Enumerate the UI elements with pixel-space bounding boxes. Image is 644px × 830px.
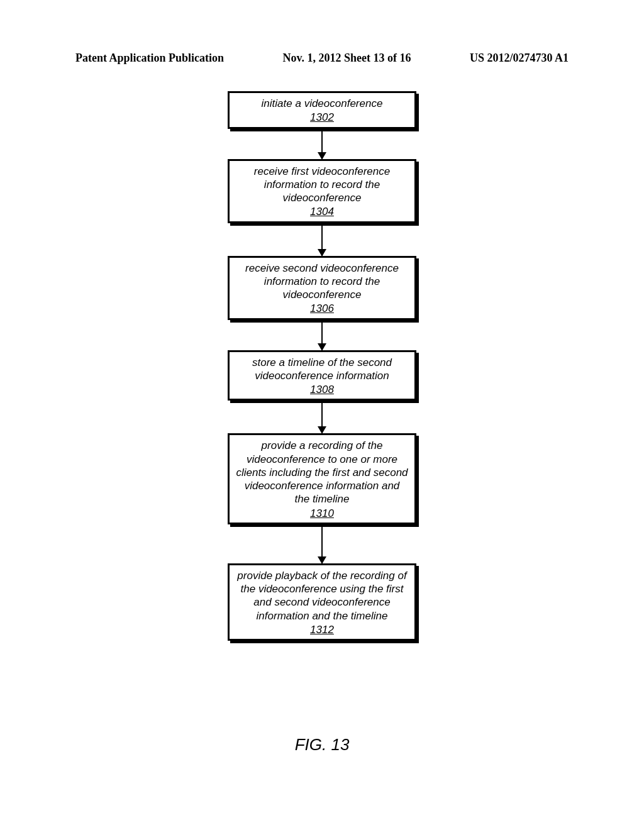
- flow-step-number: 1308: [236, 383, 408, 396]
- flow-step: provide playback of the recording of the…: [228, 563, 416, 641]
- flow-step-box: receive second videoconference informati…: [228, 256, 416, 320]
- flow-step-box: provide playback of the recording of the…: [228, 563, 416, 641]
- flow-connector: [321, 223, 323, 256]
- figure-label: FIG. 13: [295, 735, 350, 755]
- flow-step-text: provide a recording of the videoconferen…: [236, 440, 408, 505]
- flow-step: receive second videoconference informati…: [228, 256, 416, 320]
- flow-step-text: receive second videoconference informati…: [245, 262, 399, 301]
- flow-step: store a timeline of the second videoconf…: [228, 350, 416, 401]
- flow-step-text: initiate a videoconference: [262, 97, 383, 109]
- flow-step-box: provide a recording of the videoconferen…: [228, 433, 416, 524]
- flow-connector: [321, 129, 323, 159]
- flow-step-box: receive first videoconference informatio…: [228, 159, 416, 223]
- flow-step-number: 1304: [236, 205, 408, 218]
- flow-step-number: 1306: [236, 302, 408, 315]
- flow-step: receive first videoconference informatio…: [228, 159, 416, 223]
- header-left: Patent Application Publication: [75, 52, 224, 65]
- flow-connector: [321, 320, 323, 350]
- flowchart: initiate a videoconference1302receive fi…: [228, 91, 416, 641]
- flow-connector: [321, 401, 323, 433]
- flow-connector: [321, 524, 323, 563]
- header-center: Nov. 1, 2012 Sheet 13 of 16: [283, 52, 411, 65]
- flow-step-number: 1312: [236, 623, 408, 636]
- flow-step-box: initiate a videoconference1302: [228, 91, 416, 129]
- flow-step: provide a recording of the videoconferen…: [228, 433, 416, 524]
- flow-step-number: 1310: [236, 507, 408, 520]
- flow-step-text: store a timeline of the second videoconf…: [252, 357, 392, 382]
- flow-step-text: provide playback of the recording of the…: [237, 570, 406, 622]
- header-right: US 2012/0274730 A1: [470, 52, 569, 65]
- flow-step-box: store a timeline of the second videoconf…: [228, 350, 416, 401]
- flow-step-number: 1302: [236, 111, 408, 124]
- flow-step: initiate a videoconference1302: [228, 91, 416, 129]
- flow-step-text: receive first videoconference informatio…: [254, 165, 390, 204]
